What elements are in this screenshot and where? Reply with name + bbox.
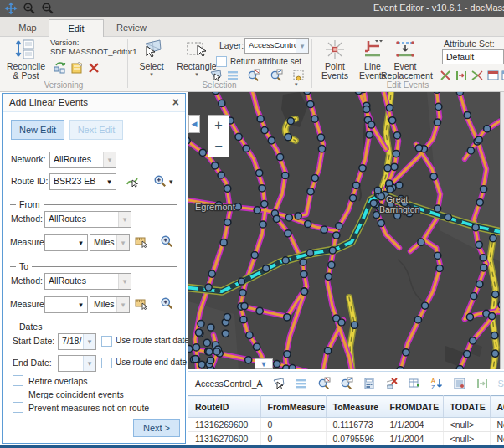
select-route-icon[interactable] (126, 174, 139, 188)
versioning-group-label: Versioning (0, 80, 127, 90)
cell[interactable]: 1/1/2004 (383, 418, 443, 432)
from-method-select[interactable]: AllRoutes ▾ (44, 211, 131, 228)
map-zoom-out-button[interactable]: − (208, 136, 229, 157)
select-button[interactable]: Select ▾ (132, 39, 171, 78)
table-split-icon[interactable] (476, 377, 489, 390)
col-routeid[interactable]: RouteID (188, 396, 260, 418)
map-canvas[interactable]: Egremont Great Barrington (188, 92, 504, 369)
next-button[interactable]: Next > (133, 419, 180, 437)
cell[interactable]: 0.1116773 (326, 418, 383, 432)
field-calculator-icon[interactable] (363, 377, 376, 390)
layer-select[interactable]: AccessControl_A ▾ (244, 38, 309, 54)
to-method-select[interactable]: AllRoutes ▾ (44, 273, 131, 290)
tab-edit[interactable]: Edit (49, 19, 104, 37)
cell[interactable]: 11316269600 (188, 418, 260, 432)
col-access[interactable]: ACC (490, 396, 504, 418)
map-zoom-in-button[interactable]: + (208, 115, 229, 136)
collapse-panel-button[interactable]: ◀ (188, 115, 200, 133)
col-tomeasure[interactable]: ToMeasure (326, 396, 383, 418)
to-measure-zoom-icon[interactable] (160, 296, 173, 310)
reconcile-post-button[interactable]: Reconcile & Post (3, 39, 49, 80)
retire-overlaps-checkbox[interactable] (13, 375, 23, 386)
zoom-out-icon[interactable] (41, 2, 54, 15)
new-edit-button[interactable]: New Edit (11, 120, 64, 140)
add-linear-events-panel: Add Linear Events × New Edit Next Edit N… (2, 93, 186, 444)
route-zoom-dropdown-icon[interactable]: ▾ (169, 178, 173, 186)
use-route-start-checkbox[interactable] (101, 336, 112, 347)
tab-map[interactable]: Map (8, 19, 47, 37)
collapse-down-icon: ▼ (260, 360, 268, 368)
from-units-select[interactable]: Miles ▾ (90, 234, 130, 251)
zoom-to-feature-icon[interactable] (340, 377, 353, 390)
route-id-dropdown-icon[interactable]: ▾ (103, 174, 116, 189)
layer-label: Layer: (219, 40, 244, 50)
dates-divider: Dates (10, 322, 177, 332)
from-measure-zoom-icon[interactable] (160, 234, 173, 248)
add-record-icon[interactable] (408, 377, 421, 390)
use-route-end-checkbox[interactable] (101, 358, 112, 368)
to-units-dropdown-icon: ▾ (116, 297, 129, 312)
table-row[interactable]: 11316270600 0 0.0795596 1/1/2004 <null> … (188, 432, 504, 446)
return-attribute-set-checkbox[interactable] (216, 56, 227, 67)
point-events-button[interactable]: Point Events (316, 39, 353, 80)
clear-selection-icon[interactable] (385, 377, 399, 390)
to-units-select[interactable]: Miles ▾ (90, 296, 130, 313)
from-measure-input[interactable]: ▾ (44, 234, 88, 251)
zoom-to-selection-icon[interactable] (317, 377, 331, 390)
from-measure-ruler-icon[interactable] (135, 234, 148, 248)
sort-icon[interactable]: AZ (430, 377, 444, 390)
event-replacement-button[interactable]: Event Replacement (381, 39, 429, 80)
pan-icon[interactable] (4, 2, 18, 15)
merge-coincident-checkbox[interactable] (13, 389, 23, 399)
svg-text:A: A (431, 378, 435, 384)
reconcile-post-icon (15, 39, 37, 60)
post-changes-icon[interactable] (70, 61, 84, 75)
start-date-input[interactable]: 7/18/ ▾ (58, 333, 96, 350)
cell[interactable]: 1/1/2004 (383, 432, 443, 446)
close-icon[interactable]: × (172, 95, 179, 109)
delete-version-icon[interactable] (87, 61, 100, 75)
cell[interactable]: 0 (260, 432, 326, 446)
to-measure-label: Measure: (10, 299, 47, 309)
cell[interactable]: <null> (443, 432, 490, 446)
col-todate[interactable]: TODATE (443, 396, 490, 418)
route-zoom-icon[interactable] (153, 174, 167, 188)
end-date-input[interactable]: ▾ (58, 355, 96, 372)
to-measure-dropdown-icon[interactable]: ▾ (75, 297, 87, 312)
next-edit-button[interactable]: Next Edit (69, 120, 123, 140)
select-dropdown-icon[interactable]: ▾ (132, 71, 171, 78)
cell[interactable]: 0 (260, 418, 326, 432)
cell[interactable]: No (490, 432, 504, 446)
cell[interactable]: No (490, 418, 504, 432)
attribute-set-select[interactable]: Default (442, 49, 504, 64)
cell[interactable]: 0.0795596 (326, 432, 383, 446)
prevent-measures-checkbox[interactable] (13, 402, 23, 413)
start-date-dropdown-icon[interactable]: ▾ (83, 334, 95, 349)
map-scrollbar[interactable] (500, 92, 504, 369)
table-list-icon[interactable] (295, 377, 308, 390)
open-attributes-icon[interactable] (453, 377, 466, 390)
to-measure-ruler-icon[interactable] (135, 296, 148, 310)
table-layer-name: AccessControl_A (195, 378, 263, 389)
col-frommeasure[interactable]: FromMeasure (260, 396, 326, 418)
rectangle-tool-icon (186, 39, 208, 60)
end-date-dropdown-icon[interactable]: ▾ (83, 356, 95, 371)
layer-dropdown-icon[interactable]: ▾ (296, 39, 308, 53)
cell[interactable]: 11316270600 (188, 432, 260, 446)
table-row[interactable]: 11316269600 0 0.1116773 1/1/2004 <null> … (188, 418, 504, 432)
from-measure-dropdown-icon[interactable]: ▾ (75, 235, 87, 250)
zoom-in-icon[interactable] (23, 2, 36, 15)
network-select[interactable]: AllRoutes ▾ (49, 152, 116, 168)
route-id-select[interactable]: BSR23 EB ▾ (49, 173, 116, 190)
panel-title: Add Linear Events (9, 97, 88, 107)
conflicts-icon[interactable] (54, 61, 67, 75)
to-measure-input[interactable]: ▾ (44, 296, 88, 313)
collapse-table-button[interactable]: ▼ (255, 358, 273, 369)
col-fromdate[interactable]: FROMDATE (383, 396, 443, 418)
tab-review[interactable]: Review (105, 19, 157, 37)
table-select-icon[interactable] (272, 377, 285, 390)
cell[interactable]: <null> (443, 418, 490, 432)
save-label[interactable]: Sa (498, 378, 504, 389)
from-method-label: Method: (11, 214, 43, 224)
map-view[interactable]: Egremont Great Barrington ◀ + − ▼ (188, 92, 504, 369)
